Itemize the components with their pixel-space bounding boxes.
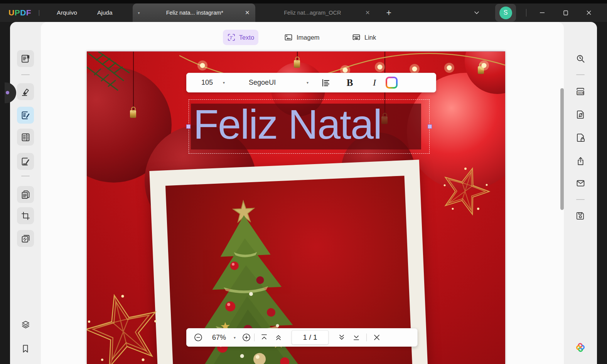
edit-pdf-icon xyxy=(20,110,31,121)
tool-link-button[interactable]: Link xyxy=(352,30,376,45)
sidebar-item-search[interactable] xyxy=(572,50,589,67)
sidebar-item-save[interactable] xyxy=(572,207,589,224)
avatar: S xyxy=(499,7,512,19)
font-size-value[interactable]: 105 xyxy=(201,79,213,87)
sidebar-item-organize[interactable] xyxy=(17,129,34,146)
tab-label: Feliz nat...agram_OCR xyxy=(265,10,360,16)
new-tab-button[interactable]: + xyxy=(386,8,391,18)
tab-list-chevron-icon[interactable] xyxy=(474,3,480,22)
pdf-page[interactable]: Feliz Natal 105 ▾ SegoeUI ▾ B I xyxy=(87,51,505,364)
tab-close-icon[interactable]: ✕ xyxy=(245,9,250,16)
zoom-out-button[interactable] xyxy=(194,329,203,346)
window-top-edge xyxy=(0,0,607,3)
zoom-in-button[interactable] xyxy=(242,329,251,346)
fill-sign-icon xyxy=(20,156,31,167)
sidebar-item-fill-sign[interactable] xyxy=(17,153,34,170)
tool-label: Texto xyxy=(239,34,254,41)
text-tool-icon: T xyxy=(227,33,236,42)
search-icon xyxy=(575,54,586,64)
sidebar-item-updf-ai[interactable] xyxy=(572,339,589,356)
next-page-button[interactable] xyxy=(334,329,349,346)
font-color-button[interactable] xyxy=(386,77,398,89)
vertical-scrollbar[interactable] xyxy=(560,88,564,210)
sidebar-divider xyxy=(576,199,585,200)
sidebar-divider xyxy=(576,74,585,75)
reader-icon xyxy=(20,54,31,64)
window-controls-separator xyxy=(526,9,526,17)
text-selection-box[interactable] xyxy=(189,99,430,154)
sidebar-item-watermark[interactable] xyxy=(17,230,34,247)
align-left-button[interactable] xyxy=(317,75,335,91)
gold-star-decoration xyxy=(440,164,492,216)
sidebar-divider xyxy=(21,74,30,75)
gold-star-decoration xyxy=(87,292,163,364)
stacked-pages-icon xyxy=(20,233,31,244)
sidebar-item-crop[interactable] xyxy=(17,207,34,224)
account-button[interactable]: S xyxy=(495,4,516,22)
left-sidebar xyxy=(10,22,41,364)
toolbar-separator xyxy=(254,334,255,341)
resize-handle-right[interactable] xyxy=(428,124,432,129)
updf-logo: UPDF xyxy=(8,8,31,17)
font-size-dropdown-icon[interactable]: ▾ xyxy=(223,81,225,85)
sidebar-item-layers[interactable] xyxy=(17,316,34,333)
sidebar-item-ocr[interactable]: OCR xyxy=(572,83,589,100)
ai-clover-icon xyxy=(575,342,586,353)
svg-text:OCR: OCR xyxy=(578,92,584,94)
zoom-dropdown-icon[interactable]: ▾ xyxy=(234,335,236,340)
minimize-button[interactable] xyxy=(533,3,551,22)
sidebar-item-edit[interactable] xyxy=(17,107,34,124)
resize-handle-left[interactable] xyxy=(186,124,191,129)
ornament-cap xyxy=(130,110,136,118)
sidebar-item-mail[interactable] xyxy=(572,174,589,191)
document-lock-icon xyxy=(575,133,586,143)
tool-label: Link xyxy=(364,34,376,41)
sidebar-item-convert[interactable] xyxy=(17,186,34,203)
font-color-swatch xyxy=(387,78,396,87)
bold-button[interactable]: B xyxy=(341,75,359,91)
previous-page-button[interactable] xyxy=(271,329,286,346)
link-tool-icon xyxy=(352,33,361,42)
close-button[interactable] xyxy=(580,3,598,22)
convert-file-icon xyxy=(575,109,586,120)
sidebar-item-reader[interactable] xyxy=(17,50,34,67)
bookmark-icon xyxy=(20,344,30,354)
tool-texto-button[interactable]: T Texto xyxy=(223,30,258,45)
tool-imagem-button[interactable]: Imagem xyxy=(284,30,320,45)
tab-close-icon[interactable]: ✕ xyxy=(365,9,370,16)
tab-active[interactable]: ▾ Feliz nata... instagram* ✕ xyxy=(133,3,255,22)
page-copy-icon xyxy=(20,190,31,200)
tool-label: Imagem xyxy=(297,34,320,41)
titlebar: UPDF | Arquivo Ajuda ▾ Feliz nata... ins… xyxy=(0,3,607,22)
sidebar-item-feedback[interactable] xyxy=(572,362,589,364)
menu-arquivo[interactable]: Arquivo xyxy=(47,6,87,19)
last-page-button[interactable] xyxy=(349,329,363,346)
layers-icon xyxy=(20,319,31,330)
maximize-button[interactable] xyxy=(557,3,575,22)
sidebar-divider xyxy=(21,176,30,176)
close-toolbar-button[interactable] xyxy=(370,329,384,346)
document-canvas[interactable]: T Texto Imagem Link xyxy=(41,22,564,364)
sidebar-item-comment[interactable] xyxy=(17,83,34,100)
italic-button[interactable]: I xyxy=(366,75,383,91)
font-name-dropdown-icon[interactable]: ▾ xyxy=(307,81,309,85)
tab-inactive[interactable]: Feliz nat...agram_OCR ✕ xyxy=(260,3,376,22)
sidebar-item-convert-file[interactable] xyxy=(572,106,589,123)
organize-pages-icon xyxy=(20,132,31,143)
first-page-button[interactable] xyxy=(258,329,271,346)
tab-caret-icon[interactable]: ▾ xyxy=(138,11,140,15)
ocr-icon: OCR xyxy=(575,86,586,97)
page-indicator[interactable]: 1 / 1 xyxy=(292,330,329,345)
pine-branch-decoration xyxy=(87,52,179,102)
zoom-level-value[interactable]: 67% xyxy=(207,334,231,342)
image-tool-icon xyxy=(284,33,293,42)
app-content: T Texto Imagem Link xyxy=(10,22,597,364)
menu-ajuda[interactable]: Ajuda xyxy=(87,6,123,19)
zoom-toolbar: 67% ▾ 1 / 1 xyxy=(186,328,418,347)
right-sidebar: OCR xyxy=(564,22,597,364)
font-name-value[interactable]: SegoeUI xyxy=(249,79,307,87)
sidebar-item-share[interactable] xyxy=(572,153,589,169)
sidebar-item-bookmarks[interactable] xyxy=(17,340,34,357)
crop-icon xyxy=(20,211,31,221)
sidebar-item-protect[interactable] xyxy=(572,129,589,146)
